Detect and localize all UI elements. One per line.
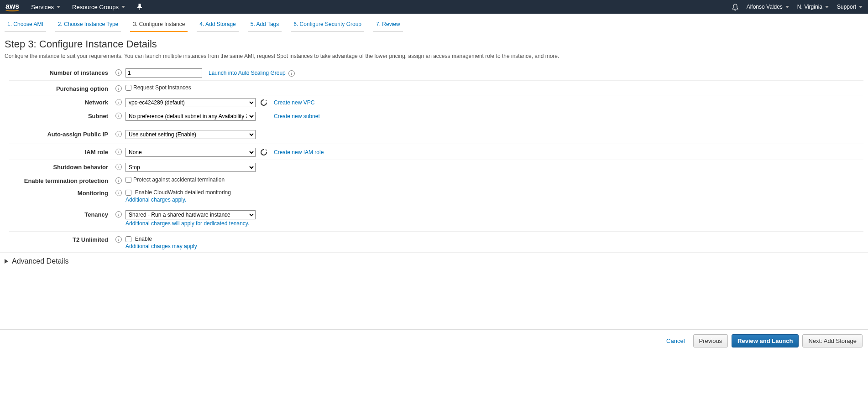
top-nav: aws Services Resource Groups Alfonso Val… [0,0,868,14]
advanced-details-label: Advanced Details [12,257,69,265]
form-section: Number of instances i Launch into Auto S… [9,65,863,252]
logo-text: aws [5,2,19,10]
caret-down-icon [785,6,789,8]
create-subnet-link[interactable]: Create new subnet [274,113,320,119]
label-termination-protection: Enable termination protection [9,176,112,184]
label-subnet: Subnet [9,111,112,119]
caret-down-icon [57,6,60,8]
launch-asg-link[interactable]: Launch into Auto Scaling Group [209,70,286,76]
number-of-instances-input[interactable] [125,68,202,78]
label-monitoring: Monitoring [9,188,112,197]
monitoring-label: Enable CloudWatch detailed monitoring [135,189,231,196]
info-icon[interactable]: i [115,131,122,137]
footer-buttons: Cancel Previous Review and Launch Next: … [0,330,868,352]
label-auto-assign-public-ip: Auto-assign Public IP [9,129,112,138]
info-icon[interactable]: i [115,149,122,155]
tab-configure-security-group[interactable]: 6. Configure Security Group [291,17,364,32]
info-icon[interactable]: i [288,70,295,77]
row-purchasing-option: Purchasing option i Request Spot instanc… [9,81,863,95]
tab-choose-ami[interactable]: 1. Choose AMI [5,17,46,32]
create-vpc-link[interactable]: Create new VPC [274,99,314,106]
request-spot-label: Request Spot instances [133,84,191,91]
info-icon[interactable]: i [115,177,122,184]
page-subtitle: Configure the instance to suit your requ… [0,51,868,65]
caret-down-icon [825,6,829,8]
create-iam-role-link[interactable]: Create new IAM role [274,149,324,156]
monitoring-checkbox[interactable] [125,190,131,196]
resource-groups-label: Resource Groups [72,4,119,10]
tab-add-tags[interactable]: 5. Add Tags [248,17,282,32]
info-icon[interactable]: i [115,190,122,196]
network-select[interactable]: vpc-ec424289 (default) [125,98,256,107]
tab-configure-instance[interactable]: 3. Configure Instance [130,17,188,32]
tab-add-storage[interactable]: 4. Add Storage [197,17,238,32]
nav-right: Alfonso Valdes N. Virginia Support [732,4,863,10]
row-tenancy: Tenancy i Shared - Run a shared hardware… [9,205,863,228]
public-ip-select[interactable]: Use subnet setting (Enable) [125,130,256,139]
label-t2-unlimited: T2 Unlimited [9,234,112,243]
label-purchasing-option: Purchasing option [9,83,112,92]
review-and-launch-button[interactable]: Review and Launch [732,334,799,347]
tenancy-select[interactable]: Shared - Run a shared hardware instance [125,210,256,219]
row-iam-role: IAM role i None Create new IAM role [9,144,863,160]
t2-charges-link[interactable]: Additional charges may apply [125,243,197,249]
support-menu[interactable]: Support [837,4,863,10]
previous-button[interactable]: Previous [693,334,728,347]
advanced-details-toggle[interactable]: Advanced Details [0,252,868,270]
label-tenancy: Tenancy [9,209,112,218]
pin-icon[interactable] [137,4,142,10]
wizard-tabs: 1. Choose AMI 2. Choose Instance Type 3.… [0,14,868,32]
monitoring-charges-link[interactable]: Additional charges apply. [125,197,231,203]
user-label: Alfonso Valdes [747,4,783,10]
info-icon[interactable]: i [115,236,122,243]
services-label: Services [31,4,54,10]
refresh-icon[interactable] [260,149,267,156]
row-monitoring: Monitoring i Enable CloudWatch detailed … [9,186,863,205]
label-iam-role: IAM role [9,147,112,156]
caret-down-icon [859,6,863,8]
row-number-of-instances: Number of instances i Launch into Auto S… [9,65,863,81]
refresh-icon[interactable] [260,99,267,106]
page-title: Step 3: Configure Instance Details [0,32,868,51]
resource-groups-menu[interactable]: Resource Groups [72,4,125,10]
t2-unlimited-checkbox[interactable] [125,236,131,242]
termination-protection-checkbox[interactable] [125,177,131,183]
next-add-storage-button[interactable]: Next: Add Storage [802,334,863,347]
services-menu[interactable]: Services [31,4,60,10]
info-icon[interactable]: i [115,211,122,218]
termination-protection-label: Protect against accidental termination [133,176,225,183]
support-label: Support [837,4,856,10]
tenancy-charges-link[interactable]: Additional charges will apply for dedica… [125,220,256,227]
info-icon[interactable]: i [115,99,122,105]
row-subnet: Subnet i No preference (default subnet i… [9,109,863,123]
row-shutdown-behavior: Shutdown behavior i Stop [9,160,863,174]
info-icon[interactable]: i [115,113,122,119]
info-icon[interactable]: i [115,164,122,170]
row-t2-unlimited: T2 Unlimited i Enable Additional charges… [9,232,863,252]
cancel-button[interactable]: Cancel [662,335,689,347]
triangle-right-icon [5,259,8,264]
tab-choose-instance-type[interactable]: 2. Choose Instance Type [55,17,121,32]
row-auto-assign-public-ip: Auto-assign Public IP i Use subnet setti… [9,123,863,141]
label-number-of-instances: Number of instances [9,67,112,76]
tab-review[interactable]: 7. Review [373,17,403,32]
subnet-select[interactable]: No preference (default subnet in any Ava… [125,112,256,121]
aws-logo[interactable]: aws [5,2,19,11]
notifications-icon[interactable] [732,4,738,10]
shutdown-behavior-select[interactable]: Stop [125,163,256,172]
region-menu[interactable]: N. Virginia [797,4,829,10]
label-network: Network [9,97,112,106]
row-termination-protection: Enable termination protection i Protect … [9,174,863,186]
user-menu[interactable]: Alfonso Valdes [747,4,789,10]
request-spot-checkbox[interactable] [125,85,131,91]
info-icon[interactable]: i [115,85,122,92]
row-network: Network i vpc-ec424289 (default) Create … [9,95,863,109]
t2-unlimited-label: Enable [135,236,152,242]
iam-role-select[interactable]: None [125,148,256,157]
region-label: N. Virginia [797,4,822,10]
caret-down-icon [121,6,125,8]
info-icon[interactable]: i [115,69,122,76]
label-shutdown-behavior: Shutdown behavior [9,162,112,171]
